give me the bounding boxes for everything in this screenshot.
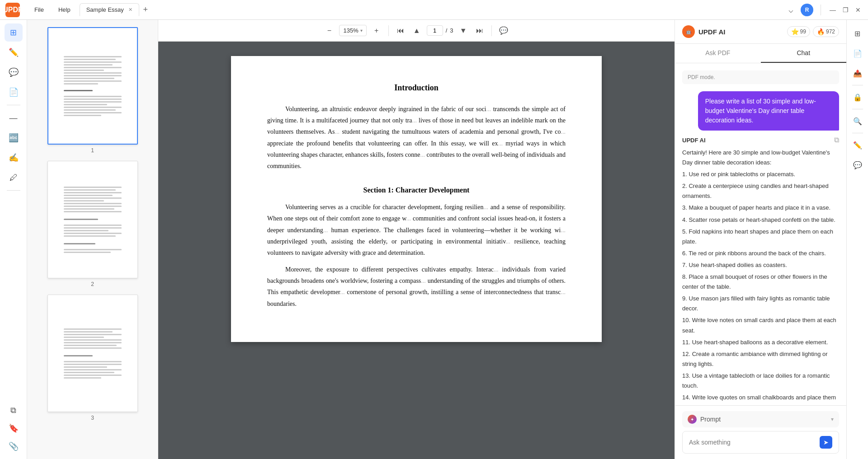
right-sidebar-icon2[interactable]: 📄 bbox=[849, 45, 866, 61]
fire-credits-value: 972 bbox=[826, 28, 835, 35]
thumbnail-item-3[interactable]: 3 bbox=[47, 295, 138, 421]
sidebar-stamp-icon[interactable]: 🖊 bbox=[5, 169, 23, 187]
user-message: Please write a list of 30 simple and low… bbox=[698, 91, 839, 131]
app-logo: UPDF bbox=[5, 3, 20, 17]
sidebar-edit-icon[interactable]: ✏️ bbox=[5, 43, 23, 61]
thumbnail-item-2[interactable]: 2 bbox=[47, 161, 138, 287]
thumb-line bbox=[64, 225, 122, 226]
thumb-line bbox=[64, 187, 122, 188]
prompt-label: Prompt bbox=[700, 416, 721, 423]
thumb-line bbox=[64, 70, 104, 71]
tab-bar: Sample Essay ✕ + bbox=[80, 3, 785, 16]
zoom-out-button[interactable]: − bbox=[323, 24, 335, 37]
next-page-button[interactable]: ▼ bbox=[457, 24, 470, 37]
star-credits-badge[interactable]: ⭐ 99 bbox=[787, 26, 810, 37]
thumb-line bbox=[64, 83, 99, 84]
main-area: ⊞ ✏️ 💬 📄 — 🔤 ✍ 🖊 ⧉ 🔖 📎 bbox=[0, 20, 868, 459]
sidebar-organize-icon[interactable]: 📄 bbox=[5, 83, 23, 101]
first-page-button[interactable]: ⏮ bbox=[394, 24, 407, 37]
ai-credits: ⭐ 99 🔥 972 bbox=[787, 26, 839, 37]
thumb-line bbox=[64, 355, 93, 356]
pdf-viewer-area: − 135% ▾ + ⏮ ▲ / 3 ▼ ⏭ 💬 Introduction bbox=[158, 20, 675, 459]
send-button[interactable]: ➤ bbox=[820, 436, 832, 449]
close-button[interactable]: ✕ bbox=[854, 5, 863, 14]
ai-logo-icon: 🤖 bbox=[682, 25, 695, 38]
prev-page-button[interactable]: ▲ bbox=[410, 24, 423, 37]
thumb-line bbox=[64, 345, 117, 346]
maximize-button[interactable]: ❐ bbox=[841, 5, 850, 14]
last-page-button[interactable]: ⏭ bbox=[473, 24, 486, 37]
sidebar-comment-icon[interactable]: 💬 bbox=[5, 63, 23, 81]
sidebar-layers-icon[interactable]: ⧉ bbox=[5, 401, 23, 419]
thumb-line bbox=[64, 96, 122, 97]
thumb-line bbox=[64, 347, 122, 349]
right-sidebar-icon6[interactable]: 💬 bbox=[849, 157, 866, 173]
thumb-line bbox=[64, 109, 116, 111]
thumb-line bbox=[64, 369, 122, 370]
divider bbox=[852, 109, 863, 109]
minimize-button[interactable]: — bbox=[828, 5, 837, 14]
zoom-chevron-icon: ▾ bbox=[360, 28, 363, 33]
sidebar-thumbnail-icon[interactable]: ⊞ bbox=[5, 23, 23, 42]
fire-icon: 🔥 bbox=[817, 28, 825, 35]
zoom-level-display[interactable]: 135% ▾ bbox=[339, 25, 366, 36]
ai-logo-text: 🤖 bbox=[686, 29, 691, 34]
thumb-line bbox=[64, 334, 122, 335]
divider bbox=[852, 85, 863, 85]
ai-tabs: Ask PDF Chat bbox=[675, 44, 846, 63]
ai-info-text: PDF mode. bbox=[688, 74, 715, 80]
thumbnail-lines-2 bbox=[57, 178, 129, 262]
sidebar-sign-icon[interactable]: ✍ bbox=[5, 149, 23, 167]
thumb-line bbox=[64, 75, 122, 76]
prompt-icon: ✦ bbox=[688, 415, 697, 424]
thumbnail-lines-3 bbox=[57, 319, 129, 388]
right-sidebar-icon5[interactable]: ✏️ bbox=[849, 137, 866, 153]
tab-close-icon[interactable]: ✕ bbox=[128, 7, 132, 13]
tab-ask-pdf[interactable]: Ask PDF bbox=[675, 44, 761, 63]
thumb-line bbox=[64, 206, 122, 207]
thumb-line bbox=[64, 375, 122, 376]
new-tab-button[interactable]: + bbox=[140, 5, 151, 15]
thumbnail-image-1[interactable] bbox=[47, 27, 138, 145]
thumb-line bbox=[64, 56, 122, 57]
thumbnail-item-1[interactable]: 1 bbox=[47, 27, 138, 154]
thumb-line bbox=[64, 64, 113, 66]
right-sidebar-icon4[interactable]: 🔒 bbox=[849, 89, 866, 105]
thumb-line bbox=[64, 107, 122, 108]
copy-button[interactable]: ⧉ bbox=[834, 136, 839, 144]
history-dropdown[interactable]: ⌵ bbox=[788, 5, 793, 15]
pdf-intro-paragraph: Volunteering, an altruistic endeavor dee… bbox=[267, 103, 566, 172]
prompt-header[interactable]: ✦ Prompt ▾ bbox=[682, 411, 839, 427]
page-number-input[interactable] bbox=[427, 25, 443, 36]
divider bbox=[7, 190, 20, 191]
sidebar-ocr-icon[interactable]: 🔤 bbox=[5, 129, 23, 147]
ai-chat-area: PDF mode. Please write a list of 30 simp… bbox=[675, 63, 846, 405]
logo-text: UPDF bbox=[3, 6, 23, 14]
help-menu[interactable]: Help bbox=[53, 5, 76, 15]
thumbnail-image-2[interactable] bbox=[47, 161, 138, 278]
pdf-page: Introduction Volunteering, an altruistic… bbox=[231, 56, 602, 342]
right-sidebar-icon1[interactable]: ⊞ bbox=[849, 25, 866, 42]
comment-button[interactable]: 💬 bbox=[497, 24, 510, 37]
thumb-line bbox=[64, 208, 115, 210]
ai-response-item: 12. Create a romantic ambiance with dimm… bbox=[682, 349, 839, 369]
thumbnail-image-3[interactable] bbox=[47, 295, 138, 412]
ai-response-item: 4. Scatter rose petals or heart-shaped c… bbox=[682, 215, 839, 225]
thumb-line bbox=[64, 249, 122, 250]
tab-title: Sample Essay bbox=[86, 6, 124, 13]
tab-chat[interactable]: Chat bbox=[761, 44, 847, 63]
sidebar-bookmark-icon[interactable]: 🔖 bbox=[5, 419, 23, 437]
sidebar-attach-icon[interactable]: 📎 bbox=[5, 437, 23, 455]
prompt-input[interactable] bbox=[689, 439, 816, 446]
thumb-line bbox=[64, 366, 107, 368]
file-menu[interactable]: File bbox=[29, 5, 49, 15]
fire-credits-badge[interactable]: 🔥 972 bbox=[813, 26, 839, 37]
right-sidebar-icon3[interactable]: 📤 bbox=[849, 65, 866, 81]
zoom-in-button[interactable]: + bbox=[370, 24, 383, 37]
right-sidebar-search-icon[interactable]: 🔍 bbox=[849, 113, 866, 129]
thumb-line bbox=[64, 339, 122, 341]
thumb-line bbox=[64, 200, 104, 201]
avatar[interactable]: R bbox=[801, 4, 813, 16]
document-tab[interactable]: Sample Essay ✕ bbox=[80, 3, 139, 16]
sidebar-tool2-icon[interactable]: — bbox=[5, 109, 23, 127]
